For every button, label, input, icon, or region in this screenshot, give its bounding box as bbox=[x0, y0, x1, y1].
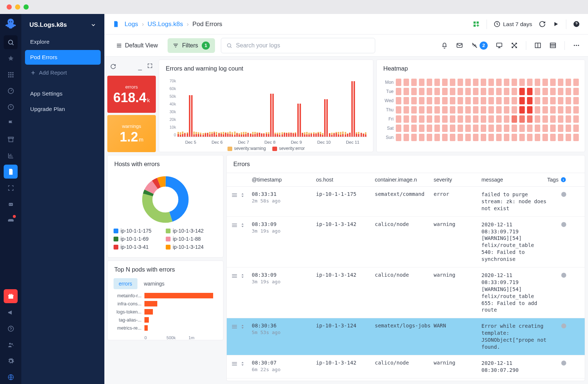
sort-icon[interactable] bbox=[240, 192, 245, 198]
errors-stat-card[interactable]: errors 618.4k bbox=[107, 76, 156, 113]
clock-icon bbox=[494, 21, 501, 28]
rail-archive-icon[interactable] bbox=[4, 132, 18, 146]
mail-icon[interactable] bbox=[456, 42, 463, 49]
rail-flag-icon[interactable] bbox=[4, 116, 18, 130]
rail-grid-icon[interactable] bbox=[4, 68, 18, 82]
menu-icon[interactable] bbox=[231, 323, 238, 330]
sidebar-header[interactable]: US.Logs.k8s bbox=[21, 14, 104, 35]
table-row[interactable]: 08:33:093m 19s agoip-10-1-3-142calico/no… bbox=[227, 217, 585, 268]
svg-point-43 bbox=[561, 192, 566, 197]
svg-point-35 bbox=[578, 45, 579, 46]
chart-plot-area[interactable] bbox=[178, 79, 367, 137]
breadcrumb-root[interactable]: Logs bbox=[125, 21, 138, 28]
svg-point-28 bbox=[227, 43, 231, 47]
table-row[interactable]: 08:33:093m 19s agoip-10-1-3-142calico/no… bbox=[227, 268, 585, 318]
plus-icon bbox=[30, 70, 36, 76]
rail-help-icon[interactable] bbox=[4, 322, 18, 335]
svg-point-33 bbox=[574, 45, 575, 46]
sidebar-app-settings[interactable]: App Settings bbox=[25, 86, 101, 101]
link-off-icon bbox=[471, 42, 478, 49]
heatmap-grid[interactable]: MonTueWedThuFriSatSun bbox=[377, 77, 585, 147]
sort-icon[interactable] bbox=[240, 273, 245, 279]
svg-point-0 bbox=[8, 40, 12, 44]
hosts-title: Hosts with errors bbox=[108, 155, 223, 173]
breadcrumb-mid[interactable]: US.Logs.k8s bbox=[148, 21, 183, 28]
rail-settings-icon[interactable] bbox=[4, 354, 18, 368]
rail-logs-icon[interactable] bbox=[4, 165, 18, 179]
play-icon[interactable] bbox=[552, 21, 559, 28]
rail-rocket-icon[interactable] bbox=[4, 51, 18, 65]
rail-robot-icon[interactable] bbox=[4, 197, 18, 211]
minimize-window-icon[interactable] bbox=[15, 4, 20, 10]
sidebar-add-report[interactable]: Add Report bbox=[25, 65, 101, 80]
pods-tab-errors[interactable]: errors bbox=[114, 278, 137, 289]
refresh-small-icon[interactable] bbox=[110, 64, 116, 69]
rail-gauge-icon[interactable] bbox=[4, 84, 18, 98]
svg-rect-14 bbox=[8, 203, 12, 206]
sort-icon[interactable] bbox=[240, 222, 245, 229]
pods-tab-warnings[interactable]: warnings bbox=[139, 278, 170, 289]
search-input[interactable] bbox=[221, 38, 375, 53]
monitor-icon[interactable] bbox=[496, 42, 503, 49]
notifications-button[interactable]: 2 bbox=[471, 42, 488, 50]
view-selector[interactable]: Default View bbox=[112, 39, 162, 52]
filters-button[interactable]: Filters 1 bbox=[168, 38, 215, 53]
info-icon[interactable] bbox=[560, 221, 567, 228]
svg-point-34 bbox=[576, 45, 577, 46]
heatmap-panel: Heatmap MonTueWedThuFriSatSun bbox=[376, 60, 585, 152]
svg-rect-23 bbox=[473, 21, 476, 24]
bell-icon[interactable] bbox=[441, 42, 448, 49]
sidebar-item-explore[interactable]: Explore bbox=[25, 35, 101, 49]
shuffle-icon[interactable] bbox=[511, 42, 518, 49]
menu-icon[interactable] bbox=[231, 273, 238, 279]
menu-icon[interactable] bbox=[231, 192, 238, 198]
top-pods-panel: Top N pods with errors errors warnings m… bbox=[107, 261, 223, 340]
sort-icon[interactable] bbox=[240, 323, 245, 330]
sidebar-item-pod-errors[interactable]: Pod Errors bbox=[25, 50, 101, 65]
svg-rect-8 bbox=[10, 76, 11, 77]
rail-alert-icon[interactable] bbox=[4, 100, 18, 114]
sort-icon[interactable] bbox=[240, 360, 245, 367]
expand-icon[interactable] bbox=[147, 63, 153, 69]
hosts-donut-chart[interactable] bbox=[108, 173, 223, 228]
time-range-picker[interactable]: Last 7 days bbox=[494, 21, 532, 28]
chart-title: Errors and warning log count bbox=[159, 60, 373, 77]
refresh-icon[interactable] bbox=[539, 21, 546, 28]
table-row[interactable]: 08:33:312m 58s agoip-10-1-1-175sematext/… bbox=[227, 187, 585, 217]
minimize-icon[interactable]: _ bbox=[138, 63, 142, 71]
more-icon[interactable] bbox=[573, 42, 580, 49]
maximize-window-icon[interactable] bbox=[24, 4, 29, 10]
rail-gift-icon[interactable] bbox=[4, 289, 18, 303]
list-icon[interactable] bbox=[549, 42, 556, 49]
app-logo[interactable] bbox=[4, 18, 17, 30]
rail-globe-icon[interactable] bbox=[4, 370, 18, 384]
warnings-stat-card[interactable]: warnings 1.2m bbox=[107, 115, 156, 152]
errors-table-panel: Errors @timestamp os.host container.imag… bbox=[226, 155, 585, 381]
columns-icon[interactable] bbox=[534, 42, 541, 49]
rail-megaphone-icon[interactable] bbox=[4, 305, 18, 319]
help-circle-icon[interactable] bbox=[573, 21, 580, 28]
chart-xaxis: Dec 5Dec 6Dec 7Dec 8Dec 9Dec 10Dec 11 bbox=[178, 140, 367, 144]
menu-icon[interactable] bbox=[231, 222, 238, 229]
info-icon[interactable] bbox=[560, 323, 567, 329]
rail-search-icon[interactable] bbox=[4, 35, 18, 49]
info-icon[interactable] bbox=[560, 191, 567, 198]
pods-bar-chart[interactable]: metainfo-r...infra-cons...logs-token...t… bbox=[108, 293, 223, 335]
stats-column: _ errors 618.4k warnings 1.2m bbox=[107, 60, 156, 152]
info-icon[interactable] bbox=[560, 177, 566, 183]
svg-point-16 bbox=[11, 204, 12, 205]
breadcrumb-leaf: Pod Errors bbox=[193, 21, 222, 28]
info-icon[interactable] bbox=[560, 360, 567, 366]
sidebar-upgrade-plan[interactable]: Upgrade Plan bbox=[25, 102, 101, 116]
rail-team-icon[interactable] bbox=[4, 338, 18, 352]
table-row[interactable]: 08:30:365m 53s agoip-10-1-3-124sematext/… bbox=[227, 318, 585, 355]
rail-chart-icon[interactable] bbox=[4, 148, 18, 162]
info-icon[interactable] bbox=[560, 272, 567, 279]
add-widget-icon[interactable] bbox=[473, 21, 480, 28]
rail-game-icon[interactable] bbox=[4, 213, 18, 227]
rail-scan-icon[interactable] bbox=[4, 181, 18, 195]
close-window-icon[interactable] bbox=[7, 4, 12, 10]
filter-count-badge: 1 bbox=[202, 42, 210, 50]
table-row[interactable]: 08:30:076m 22s agoip-10-1-3-142calico/no… bbox=[227, 355, 585, 378]
menu-icon[interactable] bbox=[231, 360, 238, 367]
